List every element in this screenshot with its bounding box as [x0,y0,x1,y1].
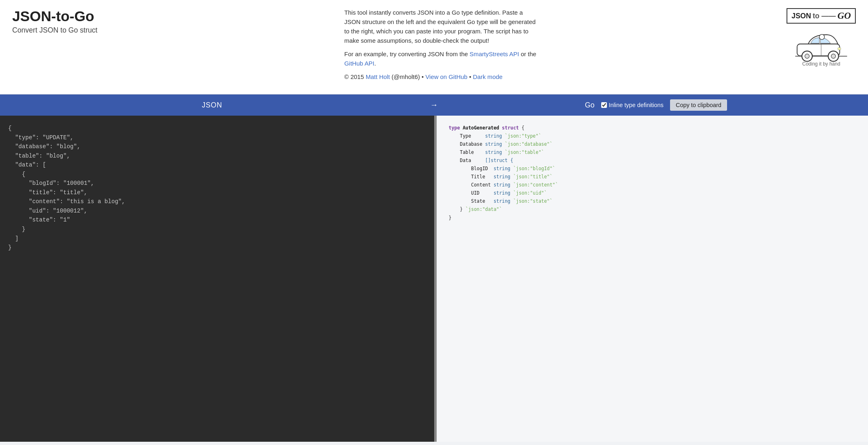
view-github-link[interactable]: View on GitHub [425,74,467,80]
json-input[interactable] [0,116,434,442]
toolbar-json-label: JSON [0,101,424,110]
svg-point-5 [831,54,836,59]
github-api-link[interactable]: GitHub API [344,60,374,67]
dark-mode-link[interactable]: Dark mode [473,74,503,80]
inline-label: Inline type definitions [609,102,664,108]
svg-point-3 [805,54,809,59]
json-pane[interactable] [0,116,434,442]
description-1: This tool instantly converts JSON into a… [344,8,540,46]
site-subtitle: Convert JSON to Go struct [12,26,97,35]
description-2: For an example, try converting JSON from… [344,50,540,68]
copy-to-clipboard-button[interactable]: Copy to clipboard [670,99,727,111]
toolbar: JSON → Go Inline type definitions Copy t… [0,94,868,116]
header-left: JSON-to-Go Convert JSON to Go struct [12,8,97,35]
logo-go: GO [837,11,851,21]
inline-checkbox[interactable] [601,102,607,108]
footer-links: © 2015 Matt Holt (@mholt6) • View on Git… [344,72,540,82]
car-illustration [791,24,852,64]
pane-divider[interactable] [434,116,437,442]
header: JSON-to-Go Convert JSON to Go struct Thi… [0,0,868,94]
toolbar-go-label: Go [585,101,594,110]
svg-rect-6 [838,48,841,50]
go-pane: type AutoGenerated struct { Type string … [437,116,868,442]
header-center: This tool instantly converts JSON into a… [336,8,548,86]
logo-to: to —— [813,12,836,20]
logo-box: JSON to —— GO [787,8,856,24]
header-right: JSON to —— GO [787,8,856,67]
author-link[interactable]: Matt Holt [366,74,390,80]
illustration-caption: Coding it by hand [802,61,840,67]
smartystreets-link[interactable]: SmartyStreets API [470,51,519,57]
go-output: type AutoGenerated struct { Type string … [449,124,856,221]
toolbar-go-section: Go Inline type definitions Copy to clipb… [444,99,868,111]
main-content: type AutoGenerated struct { Type string … [0,116,868,442]
inline-type-definitions-toggle[interactable]: Inline type definitions [601,102,664,108]
site-title: JSON-to-Go [12,8,97,24]
svg-point-7 [820,34,825,39]
toolbar-arrow: → [424,101,444,110]
logo-json: JSON [791,12,811,20]
